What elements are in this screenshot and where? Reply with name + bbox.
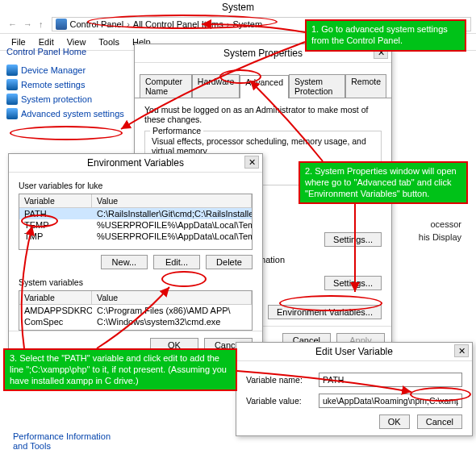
close-icon[interactable]: ✕ [454,344,469,357]
breadcrumb-item[interactable]: All Control Panel Items [133,19,223,29]
ok-button[interactable]: OK [379,414,410,429]
col-variable[interactable]: Variable [19,291,92,304]
chevron-right-icon: › [123,19,133,29]
sys-vars-table[interactable]: VariableValue AMDAPPSDKROOTC:\Program Fi… [19,290,253,331]
cancel-button[interactable]: Cancel [417,414,462,429]
perf-info-link[interactable]: Performance Information and Tools [13,431,126,451]
env-vars-button[interactable]: Environment Variables... [268,305,382,319]
annotation-2: 2. System Properties window will open wh… [299,161,468,204]
tab-remote[interactable]: Remote [345,74,386,98]
edit-user-var-dialog: Edit User Variable ✕ Variable name: Vari… [236,342,473,436]
sidebar-device-manager[interactable]: Device Manager [6,65,127,76]
tab-advanced[interactable]: Advanced [240,75,289,98]
profiles-settings-button[interactable]: Settings... [324,232,382,247]
tab-hardware[interactable]: Hardware [192,74,240,98]
shield-icon [6,79,18,90]
shield-icon [6,94,18,105]
annotation-1: 1. Go to advanced system settings from t… [305,19,466,52]
var-value-input[interactable] [319,394,462,408]
chevron-right-icon: › [223,19,233,29]
text-fragment: his Display [419,232,461,242]
group-label: Performance [150,126,203,135]
sidebar: Control Panel Home Device Manager Remote… [6,47,127,123]
up-icon[interactable]: ↑ [35,19,47,29]
admin-note: You must be logged on as an Administrato… [144,105,382,124]
titlebar: Edit User Variable ✕ [236,343,472,361]
dialog-title: Environment Variables [87,157,184,169]
breadcrumb-item[interactable]: System [232,19,262,29]
table-row[interactable]: PATHC:\RailsInstaller\Git\cmd;C:\RailsIn… [19,208,252,219]
dialog-title: Edit User Variable [315,346,393,357]
user-vars-table[interactable]: VariableValue PATHC:\RailsInstaller\Git\… [19,194,253,250]
user-new-button[interactable]: New... [101,255,148,269]
user-vars-label: User variables for luke [19,181,253,190]
shield-icon [6,108,18,119]
close-icon[interactable]: ✕ [244,156,259,169]
startup-settings-button[interactable]: Settings... [324,276,382,290]
table-row[interactable]: ComSpecC:\Windows\system32\cmd.exe [19,316,252,327]
table-row[interactable]: AMDAPPSDKROOTC:\Program Files (x86)\AMD … [19,305,252,316]
window-title: System [0,0,476,15]
var-name-label: Variable name: [246,375,319,385]
control-panel-home[interactable]: Control Panel Home [6,47,127,56]
col-variable[interactable]: Variable [19,194,92,207]
titlebar: Environment Variables ✕ [9,154,262,173]
control-panel-icon [56,19,67,30]
shield-icon [6,65,18,76]
col-value[interactable]: Value [92,194,252,207]
col-value[interactable]: Value [92,291,252,304]
user-edit-button[interactable]: Edit... [153,255,200,269]
var-name-input[interactable] [319,373,462,387]
tab-system-protection[interactable]: System Protection [289,74,345,98]
back-icon[interactable]: ← [5,19,20,29]
annotation-3: 3. Select the "PATH" variable and click … [3,348,237,391]
sidebar-remote-settings[interactable]: Remote settings [6,79,127,90]
sys-vars-label: System variables [19,277,253,287]
tab-computer-name[interactable]: Computer Name [140,74,192,98]
text-fragment: ocessor [430,219,461,229]
env-vars-dialog: Environment Variables ✕ User variables f… [8,153,263,360]
table-row[interactable]: TMP%USERPROFILE%\AppData\Local\Temp [19,231,252,242]
table-row[interactable]: TEMP%USERPROFILE%\AppData\Local\Temp [19,219,252,231]
var-value-label: Variable value: [246,396,319,406]
dialog-title: System Properties [223,48,303,59]
forward-icon[interactable]: → [20,19,35,29]
sidebar-advanced-settings[interactable]: Advanced system settings [6,108,127,119]
tab-strip: Computer Name Hardware Advanced System P… [135,74,391,98]
breadcrumb-item[interactable]: Control Panel [70,19,124,29]
user-delete-button[interactable]: Delete [206,255,253,269]
sidebar-system-protection[interactable]: System protection [6,94,127,105]
